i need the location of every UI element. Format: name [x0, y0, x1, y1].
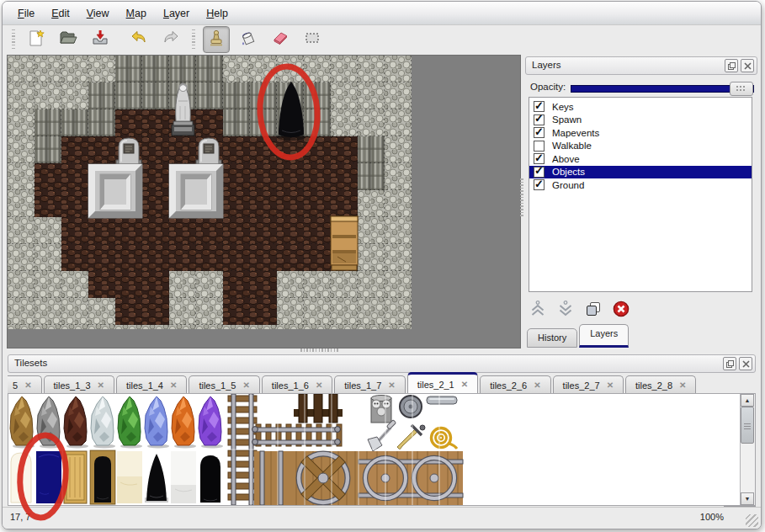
- map-canvas[interactable]: [8, 56, 412, 329]
- layer-row-walkable[interactable]: Walkable: [529, 140, 752, 153]
- layer-row-ground[interactable]: Ground: [529, 178, 752, 192]
- float-panel-button[interactable]: [725, 59, 738, 72]
- delete-layer-button[interactable]: [612, 301, 630, 320]
- platform-object: [169, 164, 223, 218]
- tombstone-object: [196, 138, 221, 164]
- menu-item-view[interactable]: View: [78, 6, 118, 21]
- toolbar-handle[interactable]: [12, 29, 15, 50]
- move-layer-down-icon: [556, 300, 575, 322]
- float-panel-button[interactable]: [723, 357, 736, 370]
- menu-item-file[interactable]: File: [9, 6, 43, 21]
- tileset-tab-tiles_2_6[interactable]: tiles_2_6✕: [480, 375, 550, 394]
- dock-tab-layers[interactable]: Layers: [579, 324, 629, 348]
- selection-icon: [302, 28, 322, 51]
- close-panel-button[interactable]: [739, 357, 752, 370]
- layer-row-keys[interactable]: Keys: [529, 100, 752, 114]
- layer-visibility-checkbox[interactable]: [534, 127, 545, 138]
- rail-loops-tile: [359, 451, 463, 505]
- tab-close-icon[interactable]: ✕: [24, 380, 31, 390]
- tileset-tab-tiles_1_3[interactable]: tiles_1_3✕: [44, 375, 114, 394]
- tab-close-icon[interactable]: ✕: [461, 380, 468, 389]
- pillar-skulls-tile: [371, 396, 391, 423]
- toolbar: [3, 25, 761, 54]
- open-folder-icon: [58, 28, 78, 51]
- tab-label: 5: [13, 380, 18, 391]
- map-viewport[interactable]: [7, 55, 521, 348]
- app-window: FileEditViewMapLayerHelp Layers Opacity:…: [2, 1, 762, 529]
- eraser-icon: [270, 28, 290, 51]
- save-icon: [90, 28, 110, 51]
- round-shield-tile: [400, 396, 422, 418]
- tileset-canvas[interactable]: [8, 394, 739, 505]
- move-layer-down-button[interactable]: [556, 301, 575, 320]
- undo-button[interactable]: [125, 26, 152, 53]
- tab-close-icon[interactable]: ✕: [170, 380, 177, 390]
- layers-panel: Layers Opacity: KeysSpawnMapeventsWalkab…: [523, 55, 759, 348]
- tileset-tab-tiles_2_7[interactable]: tiles_2_7✕: [553, 375, 624, 394]
- stamp-tool-button[interactable]: [203, 26, 230, 53]
- tileset-tab-5[interactable]: 5✕: [8, 375, 42, 394]
- horizontal-rails-tile: [252, 424, 342, 446]
- tileset-tab-tiles_1_6[interactable]: tiles_1_6✕: [262, 375, 332, 394]
- tab-label: tiles_1_7: [344, 380, 381, 391]
- redo-button[interactable]: [157, 26, 184, 53]
- open-button[interactable]: [55, 26, 82, 53]
- duplicate-layer-button[interactable]: [584, 301, 603, 320]
- menu-item-help[interactable]: Help: [198, 6, 236, 21]
- menu-item-layer[interactable]: Layer: [155, 6, 198, 21]
- toolbar-handle[interactable]: [192, 29, 195, 50]
- tileset-tab-tiles_1_4[interactable]: tiles_1_4✕: [116, 375, 187, 394]
- layer-visibility-checkbox[interactable]: [534, 167, 545, 178]
- tileset-body: ▲ ▼: [8, 393, 756, 506]
- tileset-tab-tiles_2_1[interactable]: tiles_2_1✕: [407, 372, 478, 394]
- wood-panel-tile: [64, 451, 87, 503]
- tab-close-icon[interactable]: ✕: [316, 380, 322, 390]
- scroll-up-button[interactable]: ▲: [741, 394, 754, 407]
- layer-name: Objects: [552, 167, 585, 177]
- opacity-slider-handle[interactable]: [730, 82, 753, 96]
- tileset-tab-tiles_1_7[interactable]: tiles_1_7✕: [334, 375, 405, 394]
- faint-arch-tile: [11, 453, 31, 503]
- layer-row-mapevents[interactable]: Mapevents: [529, 126, 752, 140]
- dock-tab-history[interactable]: History: [527, 328, 577, 348]
- layer-visibility-checkbox[interactable]: [534, 153, 545, 164]
- window-resize-grip[interactable]: [746, 514, 758, 527]
- tileset-tab-tiles_1_5[interactable]: tiles_1_5✕: [189, 375, 259, 394]
- layer-row-above[interactable]: Above: [529, 152, 752, 166]
- tab-close-icon[interactable]: ✕: [607, 380, 614, 390]
- tileset-scrollbar[interactable]: ▲ ▼: [740, 394, 755, 505]
- menu-item-edit[interactable]: Edit: [43, 6, 78, 21]
- scrollbar-thumb[interactable]: [741, 407, 754, 444]
- layer-visibility-checkbox[interactable]: [534, 141, 545, 152]
- platform-object: [88, 164, 142, 218]
- save-button[interactable]: [87, 26, 114, 53]
- new-map-button[interactable]: [23, 26, 50, 53]
- tab-close-icon[interactable]: ✕: [242, 380, 249, 390]
- stamp-icon: [206, 28, 226, 51]
- tab-close-icon[interactable]: ✕: [388, 380, 395, 390]
- close-panel-button[interactable]: [741, 59, 754, 72]
- layer-visibility-checkbox[interactable]: [534, 114, 545, 125]
- fill-tool-button[interactable]: [235, 26, 262, 53]
- tab-close-icon[interactable]: ✕: [679, 380, 686, 390]
- delete-layer-icon: [612, 300, 630, 322]
- horizontal-splitter[interactable]: [300, 348, 339, 352]
- move-layer-up-button[interactable]: [529, 301, 547, 320]
- layer-row-objects[interactable]: Objects: [529, 166, 752, 179]
- tab-label: tiles_1_3: [54, 380, 91, 391]
- layer-visibility-checkbox[interactable]: [534, 101, 545, 112]
- layer-row-spawn[interactable]: Spawn: [529, 114, 752, 127]
- eraser-tool-button[interactable]: [267, 26, 294, 53]
- layer-name: Ground: [552, 180, 584, 190]
- tab-close-icon[interactable]: ✕: [534, 380, 540, 390]
- scroll-down-button[interactable]: ▼: [741, 492, 754, 505]
- layer-visibility-checkbox[interactable]: [534, 179, 545, 190]
- opacity-slider-track[interactable]: [571, 85, 754, 93]
- paint-bucket-icon: [238, 28, 258, 51]
- tileset-tab-tiles_2_8[interactable]: tiles_2_8✕: [625, 375, 696, 394]
- menu-item-map[interactable]: Map: [118, 6, 155, 21]
- rail-crossing-tile: [288, 451, 359, 505]
- tab-close-icon[interactable]: ✕: [98, 380, 104, 390]
- duplicate-layer-icon: [584, 300, 603, 322]
- select-tool-button[interactable]: [299, 26, 326, 53]
